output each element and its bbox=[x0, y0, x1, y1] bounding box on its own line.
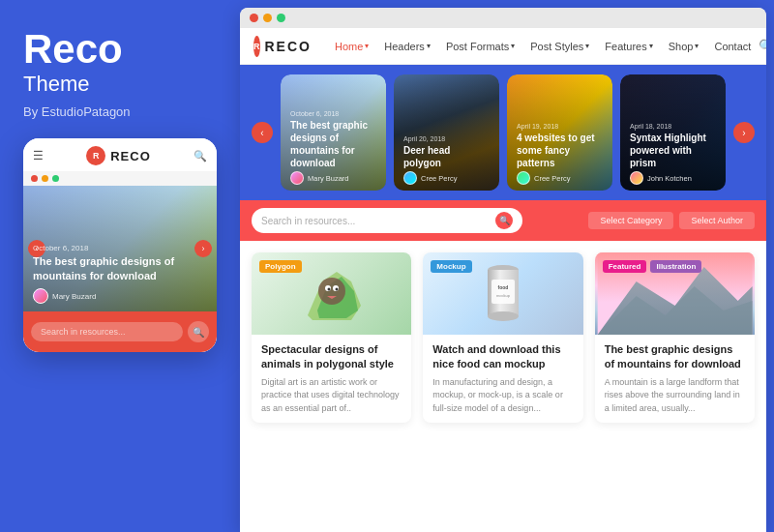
nav-item-post-styles[interactable]: Post Styles ▾ bbox=[522, 41, 597, 52]
hero-author-name-3: John Kotchen bbox=[647, 174, 692, 183]
browser-dot-minimize[interactable] bbox=[263, 14, 272, 22]
mobile-dots bbox=[23, 171, 217, 186]
hero-avatar-3 bbox=[630, 171, 643, 185]
svg-text:mockup: mockup bbox=[496, 293, 511, 298]
hero-card-date-3: April 18, 2018 bbox=[630, 123, 716, 130]
author-filter[interactable]: Select Author bbox=[679, 212, 755, 229]
svg-point-2 bbox=[318, 278, 345, 305]
mobile-avatar bbox=[33, 288, 48, 304]
mobile-next-button[interactable]: › bbox=[194, 240, 212, 257]
article-thumb-1: food mockup Mockup bbox=[423, 252, 582, 335]
article-thumb-2: Featured Illustration bbox=[595, 252, 755, 335]
filter-buttons: Select Category Select Author bbox=[588, 212, 755, 229]
hero-card-author-2: Cree Percy bbox=[517, 171, 571, 185]
chevron-down-icon: ▾ bbox=[365, 42, 369, 50]
article-badge-featured: Featured bbox=[603, 260, 647, 273]
hero-card-0[interactable]: October 6, 2018 The best graphic designs… bbox=[281, 74, 386, 191]
article-card-1[interactable]: food mockup Mockup Watch and download th… bbox=[423, 252, 582, 423]
mobile-hero-author: Mary Buzard bbox=[33, 288, 96, 304]
browser-dot-maximize[interactable] bbox=[277, 14, 285, 22]
article-card-0[interactable]: Polygon Spectacular designs of animals i… bbox=[252, 252, 411, 423]
mobile-hero-content: October 6, 2018 The best graphic designs… bbox=[33, 244, 188, 282]
article-card-2[interactable]: Featured Illustration The best graphic d… bbox=[595, 252, 755, 423]
search-icon[interactable]: 🔍 bbox=[759, 39, 766, 53]
article-title-1: Watch and download this nice food can mo… bbox=[432, 342, 573, 372]
hero-author-name-1: Cree Percy bbox=[421, 174, 458, 183]
hero-avatar-2 bbox=[517, 171, 530, 185]
hero-avatar-1 bbox=[403, 171, 417, 185]
article-badge-1: Mockup bbox=[431, 260, 471, 273]
can-illustration: food mockup bbox=[484, 262, 522, 325]
search-input-wrap: Search in resources... 🔍 bbox=[252, 208, 522, 233]
mobile-dot-red bbox=[31, 175, 38, 182]
article-title-0: Spectacular designs of animals in polygo… bbox=[261, 342, 402, 372]
brand-subtitle: Theme bbox=[23, 72, 217, 97]
mobile-search-bar: 🔍 bbox=[23, 311, 217, 352]
desktop-nav: R RECO Home ▾ Headers ▾ Post Formats ▾ P… bbox=[240, 28, 766, 65]
chevron-down-icon: ▾ bbox=[649, 42, 653, 50]
brand-by: By EstudioPatagon bbox=[23, 104, 217, 119]
category-filter[interactable]: Select Category bbox=[588, 212, 673, 229]
hero-card-author-0: Mary Buzard bbox=[290, 171, 349, 185]
chevron-down-icon: ▾ bbox=[427, 42, 431, 50]
mobile-logo: R RECO bbox=[86, 146, 151, 165]
nav-item-features[interactable]: Features ▾ bbox=[597, 41, 660, 52]
hero-card-date-2: April 19, 2018 bbox=[517, 123, 603, 130]
article-body-2: The best graphic designs of mountains fo… bbox=[595, 335, 755, 423]
nav-items: Home ▾ Headers ▾ Post Formats ▾ Post Sty… bbox=[327, 41, 759, 52]
chevron-down-icon: ▾ bbox=[585, 42, 589, 50]
mobile-search-button[interactable]: 🔍 bbox=[188, 321, 209, 342]
mobile-logo-circle: R bbox=[86, 146, 105, 165]
mobile-hero-card: ‹ › October 6, 2018 The best graphic des… bbox=[23, 186, 217, 311]
dog-polygon-illustration bbox=[298, 262, 366, 325]
browser-dot-close[interactable] bbox=[250, 14, 258, 22]
mobile-search-icon[interactable]: 🔍 bbox=[194, 150, 207, 163]
nav-item-headers[interactable]: Headers ▾ bbox=[376, 41, 438, 52]
mobile-author-name: Mary Buzard bbox=[52, 292, 96, 301]
mobile-header: ☰ R RECO 🔍 bbox=[23, 138, 217, 171]
browser-chrome bbox=[240, 8, 766, 28]
nav-item-post-formats[interactable]: Post Formats ▾ bbox=[438, 41, 522, 52]
mobile-search-input[interactable] bbox=[31, 322, 183, 341]
article-title-2: The best graphic designs of mountains fo… bbox=[605, 342, 745, 372]
nav-icons: 🔍 🛒 f t bbox=[759, 39, 766, 53]
hero-card-3[interactable]: April 18, 2018 Syntax Highlight powered … bbox=[620, 74, 726, 191]
left-panel: Reco Theme By EstudioPatagon ☰ R RECO 🔍 … bbox=[0, 0, 240, 532]
hero-card-content-2: April 19, 2018 4 websites to get some fa… bbox=[517, 123, 603, 169]
chevron-down-icon: ▾ bbox=[511, 42, 515, 50]
hero-card-author-1: Cree Percy bbox=[403, 171, 458, 185]
hero-card-date-1: April 20, 2018 bbox=[403, 135, 490, 142]
svg-rect-12 bbox=[491, 280, 515, 304]
hero-section: ‹ October 6, 2018 The best graphic desig… bbox=[240, 65, 766, 200]
nav-item-shop[interactable]: Shop ▾ bbox=[661, 41, 707, 52]
mobile-hamburger-icon[interactable]: ☰ bbox=[33, 149, 44, 163]
articles-grid: Polygon Spectacular designs of animals i… bbox=[240, 241, 766, 434]
hero-prev-button[interactable]: ‹ bbox=[252, 122, 273, 143]
search-input-placeholder: Search in resources... bbox=[261, 216, 491, 226]
svg-text:food: food bbox=[498, 284, 509, 290]
mobile-hero-date: October 6, 2018 bbox=[33, 244, 188, 252]
article-excerpt-2: A mountain is a large landform that rise… bbox=[605, 376, 745, 416]
nav-logo-icon: R bbox=[253, 36, 260, 57]
hero-author-name-0: Mary Buzard bbox=[308, 174, 349, 183]
hero-card-author-3: John Kotchen bbox=[630, 171, 692, 185]
hero-card-2[interactable]: April 19, 2018 4 websites to get some fa… bbox=[507, 74, 612, 191]
mobile-mockup: ☰ R RECO 🔍 ‹ › October 6, 2018 The best … bbox=[23, 138, 217, 352]
svg-point-5 bbox=[327, 288, 330, 291]
hero-avatar-0 bbox=[290, 171, 304, 185]
hero-card-title-2: 4 websites to get some fancy patterns bbox=[517, 132, 603, 169]
content-section: Search in resources... 🔍 Select Category… bbox=[240, 200, 766, 532]
brand-title: Reco bbox=[23, 29, 217, 70]
hero-card-1[interactable]: April 20, 2018 Deer head polygon Cree Pe… bbox=[394, 74, 499, 191]
article-body-1: Watch and download this nice food can mo… bbox=[423, 335, 582, 423]
svg-point-11 bbox=[488, 311, 519, 321]
mobile-logo-text: RECO bbox=[110, 149, 151, 163]
nav-item-contact[interactable]: Contact bbox=[706, 41, 759, 52]
article-excerpt-1: In manufacturing and design, a mockup, o… bbox=[432, 376, 573, 416]
nav-item-home[interactable]: Home ▾ bbox=[327, 41, 376, 52]
hero-next-button[interactable]: › bbox=[733, 122, 755, 143]
article-body-0: Spectacular designs of animals in polygo… bbox=[252, 335, 411, 423]
hero-card-content-1: April 20, 2018 Deer head polygon bbox=[403, 135, 490, 169]
search-button[interactable]: 🔍 bbox=[495, 212, 513, 229]
hero-author-name-2: Cree Percy bbox=[534, 174, 571, 183]
